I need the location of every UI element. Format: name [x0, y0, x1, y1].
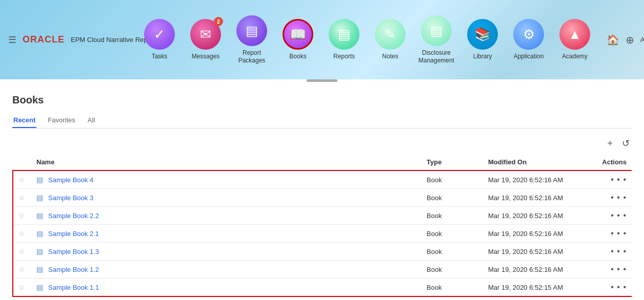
actions-menu-button[interactable]: • • •	[611, 193, 627, 202]
disclosure-label: Disclosure Management	[418, 49, 454, 64]
user-menu[interactable]: Administrator ▾	[640, 36, 644, 44]
book-link[interactable]: Sample Book 1.3	[48, 248, 99, 255]
nav-item-messages[interactable]: 2✉Messages	[188, 19, 224, 60]
tab-favorites[interactable]: Favorites	[47, 113, 76, 128]
col-type: Type	[421, 154, 483, 170]
table-row: ☆▤Sample Book 3BookMar 19, 2020 6:52:16 …	[13, 189, 632, 207]
type-cell: Book	[421, 207, 483, 225]
star-icon[interactable]: ☆	[18, 247, 25, 255]
actions-cell: • • •	[586, 170, 632, 189]
star-icon[interactable]: ☆	[18, 176, 25, 184]
tabs-bar: RecentFavoritesAll	[12, 113, 632, 128]
accessibility-icon[interactable]: ⊕	[626, 34, 634, 46]
modified-on-cell: Mar 19, 2020 6:52:15 AM	[483, 278, 586, 297]
book-icon: ▤	[36, 247, 43, 255]
oracle-wordmark: ORACLE	[23, 34, 65, 45]
books-label: Books	[289, 53, 306, 60]
modified-on-cell: Mar 19, 2020 6:52:16 AM	[483, 207, 586, 225]
nav-item-books[interactable]: 📖Books	[280, 19, 316, 60]
actions-menu-button[interactable]: • • •	[611, 265, 627, 274]
actions-cell: • • •	[586, 189, 632, 207]
nav-item-notes[interactable]: ✎Notes	[372, 19, 408, 60]
star-icon[interactable]: ☆	[18, 229, 25, 238]
nav-item-tasks[interactable]: ✓Tasks	[142, 19, 177, 60]
actions-cell: • • •	[586, 225, 632, 243]
table-row: ☆▤Sample Book 4BookMar 19, 2020 6:52:16 …	[13, 170, 632, 189]
actions-menu-button[interactable]: • • •	[611, 283, 627, 292]
messages-label: Messages	[192, 53, 220, 60]
messages-icon: ✉	[200, 27, 211, 42]
table-row: ☆▤Sample Book 1.2BookMar 19, 2020 6:52:1…	[13, 261, 632, 278]
actions-menu-button[interactable]: • • •	[611, 211, 627, 220]
book-link[interactable]: Sample Book 1.1	[48, 284, 99, 291]
notes-icon: ✎	[385, 27, 396, 42]
hamburger-menu[interactable]: ☰	[8, 34, 16, 46]
modified-on-cell: Mar 19, 2020 6:52:16 AM	[483, 261, 586, 278]
library-icon: 📚	[474, 27, 491, 42]
table-body: ☆▤Sample Book 4BookMar 19, 2020 6:52:16 …	[13, 170, 632, 296]
type-cell: Book	[421, 261, 483, 278]
book-icon: ▤	[36, 194, 43, 202]
nav-item-academy[interactable]: ▲Academy	[557, 19, 593, 60]
star-icon[interactable]: ☆	[18, 265, 25, 273]
scroll-indicator	[307, 79, 337, 82]
table-row: ☆▤Sample Book 1.3BookMar 19, 2020 6:52:1…	[13, 243, 632, 261]
modified-on-cell: Mar 19, 2020 6:52:16 AM	[483, 225, 586, 243]
home-icon[interactable]: 🏠	[607, 34, 619, 46]
type-cell: Book	[421, 189, 483, 207]
actions-cell: • • •	[586, 207, 632, 225]
nav-item-disclosure[interactable]: ▤Disclosure Management	[418, 15, 454, 64]
actions-menu-button[interactable]: • • •	[611, 247, 627, 256]
oracle-logo: ORACLE	[23, 34, 65, 45]
books-icon: 📖	[290, 27, 306, 42]
messages-badge: 2	[214, 17, 223, 26]
actions-cell: • • •	[586, 243, 632, 261]
table-row: ☆▤Sample Book 2.1BookMar 19, 2020 6:52:1…	[13, 225, 632, 243]
book-icon: ▤	[36, 283, 43, 291]
tab-recent[interactable]: Recent	[12, 113, 36, 128]
book-link[interactable]: Sample Book 4	[48, 176, 93, 184]
type-cell: Book	[421, 170, 483, 189]
nav-item-reports[interactable]: ▤Reports	[326, 19, 362, 60]
refresh-button[interactable]: ↺	[620, 137, 632, 150]
modified-on-cell: Mar 19, 2020 6:52:16 AM	[483, 243, 586, 261]
add-button[interactable]: +	[605, 137, 615, 150]
books-table: Name Type Modified On Actions ☆▤Sample B…	[12, 154, 632, 297]
col-star	[13, 154, 31, 170]
nav-item-application[interactable]: ⚙Application	[511, 19, 547, 60]
star-icon[interactable]: ☆	[18, 194, 25, 202]
table-row: ☆▤Sample Book 2.2BookMar 19, 2020 6:52:1…	[13, 207, 632, 225]
modified-on-cell: Mar 19, 2020 6:52:16 AM	[483, 170, 586, 189]
tasks-label: Tasks	[152, 53, 168, 60]
academy-icon: ▲	[568, 27, 581, 42]
book-link[interactable]: Sample Book 3	[48, 194, 93, 202]
col-actions: Actions	[586, 154, 632, 170]
header-left: ☰ ORACLE EPM Cloud Narrative Reporting	[8, 34, 142, 46]
nav-item-report-packages[interactable]: ▤Report Packages	[234, 15, 270, 64]
book-icon: ▤	[36, 265, 43, 273]
star-icon[interactable]: ☆	[18, 283, 25, 291]
book-icon: ▤	[36, 176, 43, 184]
star-icon[interactable]: ☆	[18, 211, 25, 220]
book-icon: ▤	[36, 229, 43, 238]
library-label: Library	[473, 53, 492, 60]
academy-label: Academy	[562, 53, 588, 60]
nav-item-library[interactable]: 📚Library	[465, 19, 500, 60]
actions-menu-button[interactable]: • • •	[611, 229, 627, 238]
header: ☰ ORACLE EPM Cloud Narrative Reporting ✓…	[0, 0, 644, 79]
notes-label: Notes	[382, 53, 398, 60]
actions-cell: • • •	[586, 278, 632, 297]
actions-menu-button[interactable]: • • •	[611, 175, 627, 184]
tab-all[interactable]: All	[87, 113, 96, 128]
report-packages-icon: ▤	[246, 23, 258, 39]
disclosure-icon: ▤	[430, 23, 443, 39]
book-link[interactable]: Sample Book 2.1	[48, 230, 99, 238]
book-link[interactable]: Sample Book 1.2	[48, 266, 99, 273]
type-cell: Book	[421, 243, 483, 261]
report-packages-label: Report Packages	[234, 49, 270, 64]
header-right: 🏠 ⊕ Administrator ▾	[593, 34, 644, 46]
table-toolbar: + ↺	[12, 137, 632, 150]
main-content: Books RecentFavoritesAll + ↺ Name Type M…	[0, 86, 644, 300]
book-link[interactable]: Sample Book 2.2	[48, 212, 99, 220]
tasks-icon: ✓	[154, 27, 165, 42]
